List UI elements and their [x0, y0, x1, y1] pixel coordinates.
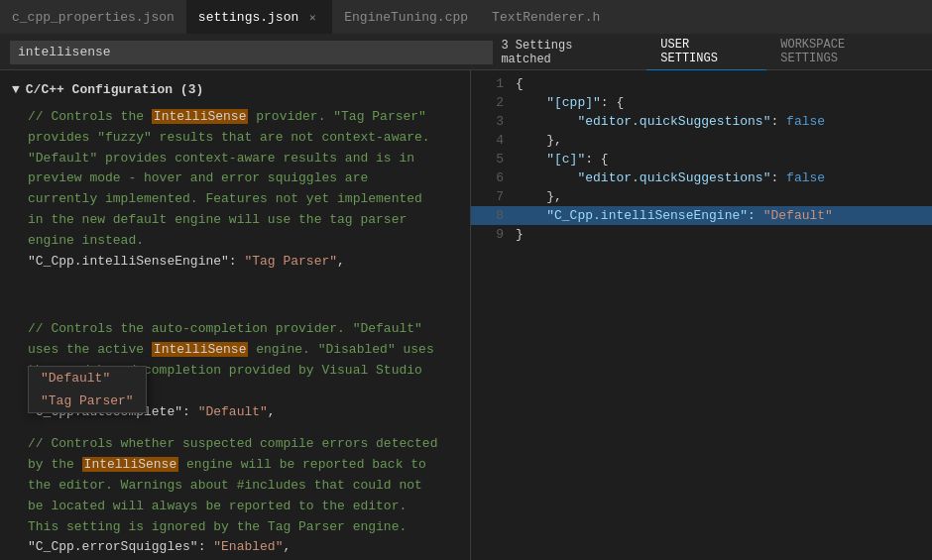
setting-key-line-1: "C_Cpp.intelliSenseEngine": "Tag Parser"… [28, 252, 450, 273]
code-line-4: 4 }, [471, 131, 932, 150]
setting-colon-1: : [229, 254, 245, 269]
setting-block-error-squiggles: // Controls whether suspected compile er… [0, 428, 470, 560]
code-line-9: 9 } [471, 225, 932, 244]
section-arrow-icon: ▼ [12, 82, 20, 97]
line-number-1: 1 [471, 74, 516, 93]
line-number-8: 8 [471, 206, 516, 225]
code-line-3: 3 "editor.quickSuggestions": false [471, 112, 932, 131]
line-content-8: "C_Cpp.intelliSenseEngine": "Default" [516, 206, 932, 225]
dropdown-item-default[interactable]: "Default" [29, 367, 146, 390]
intellisense-highlight-1: IntelliSense [152, 109, 249, 124]
tab-cpp-props-label: c_cpp_properties.json [12, 10, 175, 25]
dropdown-container: "Default" "Tag Parser" [28, 366, 147, 413]
line-content-5: "[c]": { [516, 150, 932, 168]
setting-colon-2: : [182, 404, 198, 419]
code-line-2: 2 "[cpp]": { [471, 93, 932, 112]
line-content-1: { [516, 74, 932, 93]
line-number-3: 3 [471, 112, 516, 131]
tab-settings-label: settings.json [198, 10, 298, 25]
line-number-4: 4 [471, 131, 516, 150]
left-panel: ▼ C/C++ Configuration (3) // Controls th… [0, 70, 471, 560]
tab-text-renderer[interactable]: TextRenderer.h [480, 0, 612, 34]
tab-cpp-props[interactable]: c_cpp_properties.json [0, 0, 186, 34]
section-title: C/C++ Configuration (3) [26, 82, 203, 97]
setting-colon-3: : [198, 539, 214, 554]
code-line-8: 8 "C_Cpp.intelliSenseEngine": "Default" [471, 206, 932, 225]
code-editor: 1 { 2 "[cpp]": { 3 "editor.quickSuggesti… [471, 70, 932, 248]
line-number-9: 9 [471, 225, 516, 244]
tab-settings-close[interactable]: ✕ [304, 9, 320, 25]
intellisense-highlight-3: IntelliSense [82, 457, 179, 472]
dropdown-item-tag-parser[interactable]: "Tag Parser" [29, 390, 146, 412]
line-content-6: "editor.quickSuggestions": false [516, 168, 932, 187]
line-content-4: }, [516, 131, 932, 150]
settings-tab-group: USER SETTINGS WORKSPACE SETTINGS [646, 34, 922, 71]
code-line-7: 7 }, [471, 187, 932, 206]
section-header[interactable]: ▼ C/C++ Configuration (3) [0, 78, 470, 101]
code-line-6: 6 "editor.quickSuggestions": false [471, 168, 932, 187]
tab-workspace-settings[interactable]: WORKSPACE SETTINGS [766, 34, 922, 71]
line-number-5: 5 [471, 150, 516, 168]
code-line-5: 5 "[c]": { [471, 150, 932, 168]
setting-key-1: "C_Cpp.intelliSenseEngine" [28, 254, 229, 269]
setting-comment-3: // Controls whether suspected compile er… [28, 434, 450, 537]
tab-settings[interactable]: settings.json ✕ [186, 0, 332, 34]
setting-comment-1: // Controls the IntelliSense provider. "… [28, 107, 450, 252]
setting-key-3: "C_Cpp.errorSquiggles" [28, 539, 198, 554]
setting-key-line-3: "C_Cpp.errorSquiggles": "Enabled", [28, 537, 450, 558]
line-content-9: } [516, 225, 932, 244]
tab-text-renderer-label: TextRenderer.h [492, 10, 600, 25]
tab-engine-tuning-label: EngineTuning.cpp [344, 10, 468, 25]
intellisense-highlight-2: IntelliSense [152, 342, 249, 357]
code-line-1: 1 { [471, 74, 932, 93]
tab-engine-tuning[interactable]: EngineTuning.cpp [332, 0, 480, 34]
setting-value-1: "Tag Parser" [244, 254, 337, 269]
search-input[interactable] [10, 41, 493, 64]
tab-user-settings[interactable]: USER SETTINGS [646, 34, 766, 71]
line-content-7: }, [516, 187, 932, 206]
setting-value-2: "Default" [198, 404, 268, 419]
search-bar: 3 Settings matched USER SETTINGS WORKSPA… [0, 35, 932, 70]
main-content: ▼ C/C++ Configuration (3) // Controls th… [0, 70, 932, 560]
setting-block-intellisense-engine: // Controls the IntelliSense provider. "… [0, 101, 470, 278]
right-panel: 1 { 2 "[cpp]": { 3 "editor.quickSuggesti… [471, 70, 932, 560]
line-content-2: "[cpp]": { [516, 93, 932, 112]
match-badge: 3 Settings matched [493, 37, 637, 68]
line-number-2: 2 [471, 93, 516, 112]
line-content-3: "editor.quickSuggestions": false [516, 112, 932, 131]
tab-bar: c_cpp_properties.json settings.json ✕ En… [0, 0, 932, 35]
line-number-6: 6 [471, 168, 516, 187]
setting-value-3: "Enabled" [213, 539, 283, 554]
line-number-7: 7 [471, 187, 516, 206]
